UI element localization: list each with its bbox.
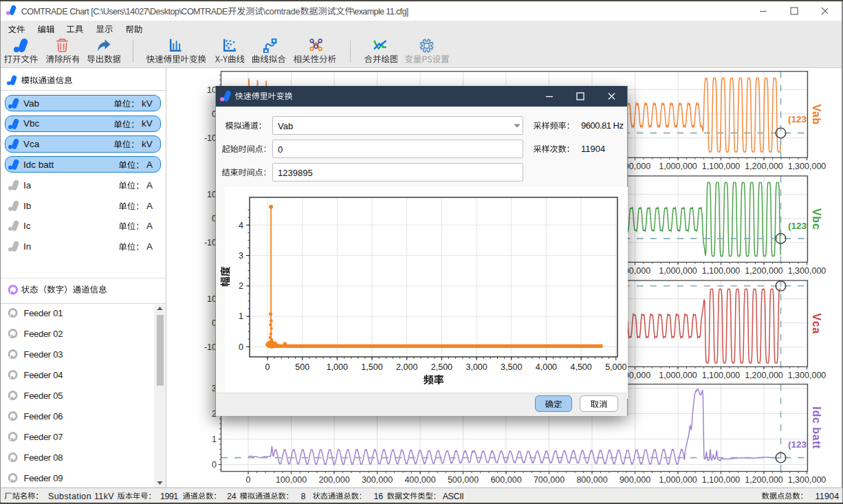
svg-text:100,000: 100,000 <box>276 475 307 485</box>
svg-text:0: 0 <box>246 475 251 485</box>
svg-text:1,200,000: 1,200,000 <box>745 266 783 276</box>
svg-text:1,500: 1,500 <box>361 362 382 372</box>
svg-text:(1239: (1239 <box>788 114 812 124</box>
svg-text:700,000: 700,000 <box>534 475 565 485</box>
svg-text:4,000: 4,000 <box>536 362 557 372</box>
svg-text:1,100,000: 1,100,000 <box>702 266 741 276</box>
svg-text:1,100,000: 1,100,000 <box>702 371 741 380</box>
svg-text:600,000: 600,000 <box>490 475 521 485</box>
svg-text:900,000: 900,000 <box>620 475 650 485</box>
svg-text:1,000: 1,000 <box>327 362 348 372</box>
svg-text:1,200,000: 1,200,000 <box>745 475 783 485</box>
svg-text:3: 3 <box>239 251 243 261</box>
svg-text:(1239: (1239 <box>788 439 812 450</box>
svg-text:1: 1 <box>239 311 243 321</box>
svg-text:1,300,000: 1,300,000 <box>788 371 826 380</box>
svg-text:1,200,000: 1,200,000 <box>745 162 783 171</box>
svg-text:400,000: 400,000 <box>404 475 435 485</box>
svg-text:1: 1 <box>212 435 217 444</box>
svg-text:200,000: 200,000 <box>318 475 349 485</box>
svg-text:1,300,000: 1,300,000 <box>788 162 826 171</box>
svg-text:4,500: 4,500 <box>570 362 591 372</box>
svg-text:1,100,000: 1,100,000 <box>702 162 741 171</box>
svg-text:2: 2 <box>239 281 243 291</box>
svg-text:500,000: 500,000 <box>448 475 479 485</box>
svg-text:4: 4 <box>239 221 243 230</box>
svg-text:1,300,000: 1,300,000 <box>788 475 826 485</box>
svg-text:1,100,000: 1,100,000 <box>702 475 741 485</box>
svg-text:1,000,000: 1,000,000 <box>659 162 697 171</box>
svg-text:2,500: 2,500 <box>431 362 452 372</box>
svg-text:Vca: Vca <box>811 313 822 333</box>
svg-text:0: 0 <box>212 460 217 470</box>
svg-text:300,000: 300,000 <box>362 475 393 485</box>
svg-text:0: 0 <box>239 342 243 352</box>
svg-text:0: 0 <box>265 362 270 372</box>
svg-text:1,300,000: 1,300,000 <box>788 266 826 276</box>
svg-text:1,200,000: 1,200,000 <box>745 371 783 380</box>
svg-text:800,000: 800,000 <box>576 475 607 485</box>
svg-text:500: 500 <box>295 362 309 372</box>
svg-text:3,500: 3,500 <box>501 362 522 372</box>
svg-text:2,000: 2,000 <box>396 362 417 372</box>
svg-text:5,000: 5,000 <box>605 362 626 372</box>
svg-text:Vbc: Vbc <box>811 208 822 230</box>
svg-text:Vab: Vab <box>811 104 822 124</box>
svg-text:1,000,000: 1,000,000 <box>659 371 697 380</box>
svg-text:(1239: (1239 <box>788 221 812 231</box>
svg-text:1,000,000: 1,000,000 <box>659 475 697 485</box>
svg-text:3,000: 3,000 <box>466 362 487 372</box>
svg-text:Idc batt: Idc batt <box>811 406 822 449</box>
svg-text:1,000,000: 1,000,000 <box>659 266 697 276</box>
